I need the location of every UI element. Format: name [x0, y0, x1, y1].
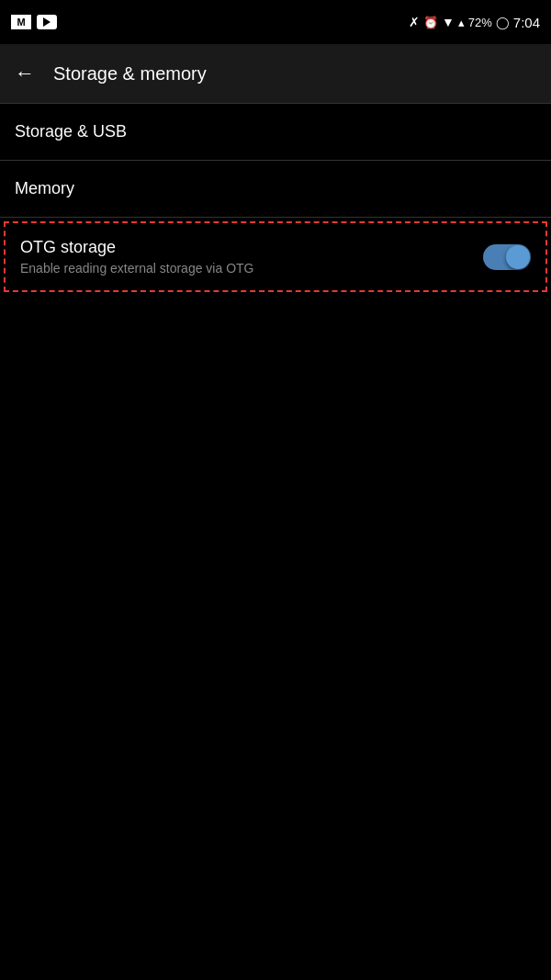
page-title: Storage & memory	[53, 63, 207, 84]
app-bar: ← Storage & memory	[0, 44, 551, 103]
charging-icon: ◯	[496, 16, 510, 29]
gmail-icon: M	[11, 15, 31, 29]
storage-usb-label: Storage & USB	[15, 122, 127, 141]
toggle-track	[483, 244, 531, 270]
back-button[interactable]: ←	[15, 62, 35, 85]
otg-storage-item[interactable]: OTG storage Enable reading external stor…	[4, 221, 547, 292]
status-bar-right: ✗ ⏰ ▼ ▴ 72% ◯ 7:04	[409, 15, 540, 30]
signal-icon: ▴	[458, 16, 465, 29]
otg-storage-title: OTG storage	[20, 238, 253, 257]
toggle-thumb	[506, 245, 530, 269]
wifi-icon: ▼	[442, 15, 455, 29]
divider-2	[0, 217, 551, 218]
storage-usb-item[interactable]: Storage & USB	[0, 104, 551, 160]
battery-indicator: 72%	[468, 16, 492, 29]
otg-toggle[interactable]	[483, 244, 531, 270]
youtube-icon	[37, 15, 57, 29]
memory-item[interactable]: Memory	[0, 161, 551, 217]
otg-item-content: OTG storage Enable reading external stor…	[20, 238, 253, 276]
bluetooth-icon: ✗	[409, 15, 420, 29]
otg-storage-subtitle: Enable reading external storage via OTG	[20, 261, 253, 276]
status-bar: M ✗ ⏰ ▼ ▴ 72% ◯ 7:04	[0, 0, 551, 44]
time-display: 7:04	[513, 15, 540, 30]
alarm-icon: ⏰	[423, 16, 438, 29]
status-bar-left: M	[11, 15, 57, 29]
memory-label: Memory	[15, 179, 74, 198]
